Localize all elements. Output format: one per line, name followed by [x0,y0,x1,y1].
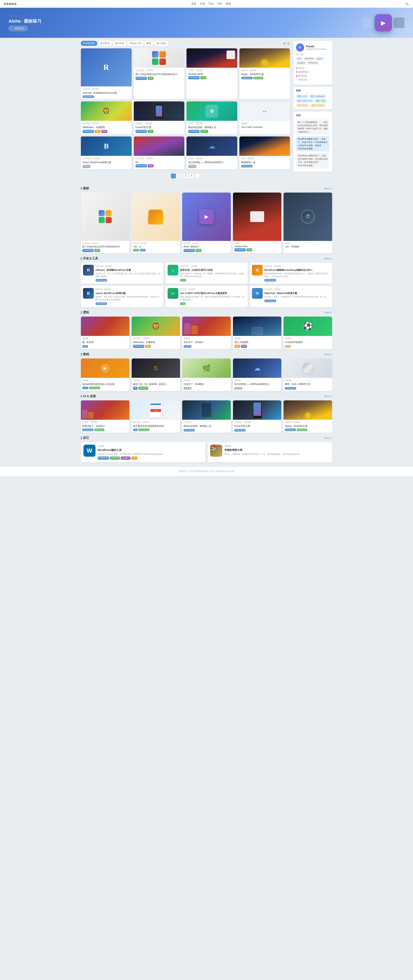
content-tabs: ❤ 智能推荐 生活艺术 设计艺术 开发＆工具 教程 设计灵感 ⊞ ☰ [81,41,290,46]
card-wildfields[interactable]: 🦁 9月16日 · 2019年 WildFields · 卡通壁纸 Photos… [81,102,132,134]
more-info-link[interactable]: → 更多信息 [296,78,330,81]
dribbble-link[interactable]: @作品集 [296,74,330,77]
search-icon[interactable]: 🔍 [405,2,409,6]
card-date: 12月2日 · 2019年 [83,88,130,91]
tab-tutorial[interactable]: 教程 [144,41,153,46]
wall-more-link[interactable]: More > [325,311,332,314]
ui-more-link[interactable]: More > [325,395,332,398]
icon-title-5: Lost · 手机图标 [285,245,331,248]
tool-card-wp[interactable]: W 无标签 WordPress建站工具 Designer & Cards 使用 … [81,442,206,463]
card-art[interactable]: 11月21日 · 2019年 Art Photoshop 插图 [134,137,185,169]
page-btn-3[interactable]: 3 [183,173,188,178]
tut-card-4[interactable]: ☁ 无标签 自己的同色——群晖Nas的阿里云... 无标签 [233,358,282,391]
dev-card-2[interactable]: ♪ 11月21日 · 2019年 语音合成 · 让你的文章开口说话 这是一篇关于… [166,262,248,284]
dev-card-3[interactable]: G 11月6日 · 2019年 WordPress编辑器Gutenberg创建自… [250,262,332,284]
card-title: 第三方App考虑点击iOS12的Bubble设计... [136,73,183,76]
dev-card-4[interactable]: B 15月12 · 2019年 reborn WordPress轻博主题 201… [81,286,163,307]
dev-card-6[interactable]: W 12月2日 · 2019年 WaterFall · WaterFall轻博主… [250,286,332,307]
page-btn-4[interactable]: 4 [189,173,194,178]
cat-wallpaper[interactable]: 壁纸 · Wallpaper [309,95,326,98]
wall-card-2[interactable]: 🦁 9月16日 · 2019年 WildFields · 卡通壁纸 Photos… [132,317,180,349]
cat-icon[interactable]: 图标 · Icon [296,95,308,98]
wall-card-4[interactable]: 无标签 雪山下的露营 壁纸 插图 [233,317,282,349]
dev-card-5[interactable]: ⬡⬡ 6月8日 · 2019年 Vue & REST API打造WordPres… [166,286,248,307]
wall-info-2: 9月16日 · 2019年 WildFields · 卡通壁纸 Photosho… [132,336,180,349]
tut-card-3[interactable]: 🌿 无标签 沉溺关了 · 404教程 无标签 [182,358,231,391]
nav-product[interactable]: 产品 [209,2,214,6]
cat-tools[interactable]: 工具 · Tools [296,103,309,107]
card-digitar[interactable]: 4月5日 · 2019年 Digitar · WinRAR主题 Photosho… [239,48,290,99]
nav-sell[interactable]: 斥卖 [200,2,205,6]
tut-more-link[interactable]: More > [325,353,332,356]
dev-text-1: 12月2日 · 2019年 mRvana · 轻拟物WordPress主题 20… [96,265,161,282]
card-input[interactable]: ✿ 1月31 · 2019年 液花动态皮肤 · 搜狗输入法 Photoshop … [187,102,237,134]
cat-desktop[interactable]: 桌面 · Desktop [310,103,326,107]
ui-card-4[interactable]: 10月9日 · 2019年 Flyme手机主题 Photoshop [233,400,282,433]
profile-header: P Panda Designer & Developer [296,43,330,52]
card-tags: WordPress [83,95,130,98]
card-reborn[interactable]: B 11月12日 · 2019年 reborn WordPress轻博主题 无标… [81,137,132,169]
page-next[interactable]: › [195,173,200,178]
skill-web[interactable]: Web设计 [296,61,306,65]
grid-view-icon[interactable]: ⊞ [283,42,286,45]
card-title: mRvana · 轻拟物WordPress主题 [83,91,130,95]
nav-discover[interactable]: 发现 [226,2,231,6]
tool-icon-blog: 📚 [210,445,222,457]
hero-read-more-button[interactable]: → 阅读全文 [9,26,27,31]
nav-home[interactable]: 首页 [191,2,196,6]
card-sky[interactable]: 6月5 · 2019年 星瀚壁纸一使 Photoshop [239,137,290,169]
ui-card-1[interactable]: 1月3日 · 2019年 喜遇消失了 · 404设计 Photoshop Web… [81,400,129,433]
dev-more-link[interactable]: More > [325,257,332,260]
tab-recommended[interactable]: ❤ 智能推荐 [81,41,97,46]
tut-card-5[interactable]: 无标签 教程 · 白结一种制作方法 Photoshop [284,358,332,391]
ui-card-3[interactable]: 1月31日 液花动态皮肤 · 搜狗输入法 Photoshop [182,400,231,433]
cat-tech[interactable]: 教程 · Tech [314,99,327,103]
icon-card-1[interactable]: 11月26日 · 2019年 第三方App考虑点击iOS12的Bubble设计 … [81,192,129,253]
tag: 壁纸 [234,345,240,348]
profile-info: Panda Designer & Developer [306,45,327,50]
card-cloud[interactable]: ☁ 12月2 · 2019年 自己的同色——群晖Nas的阿里云... 无标签 [187,137,237,169]
cat-skins[interactable]: 皮肤 · Skins & UI [296,99,314,103]
skill-js[interactable]: JavaScript [303,57,315,60]
ui-card-2[interactable]: LOGIN 4月15日 · 2019年 拆迁通道登录动画效果的实现 PS Jav… [132,400,180,433]
icon-card-4[interactable]: 5月25 Desktop Hider Photoshop 开发 [233,192,282,253]
tag: WordPress [83,95,94,98]
wall-card-3[interactable]: 无标签 高兴失了 · 404设计 UI设计 [182,317,231,349]
card-tags: 无标签 [188,165,236,168]
page-btn-2[interactable]: 2 [177,173,182,178]
dev-card-1[interactable]: R 12月2日 · 2019年 mRvana · 轻拟物WordPress主题 … [81,262,163,284]
skill-ui[interactable]: UI设计 [316,57,324,60]
wall-card-5[interactable]: ⚽ 4月5日 Football手机壁纸 壁纸 [284,317,332,349]
card-flyme[interactable]: 10月9日 · 2019年 Flyme手机主题 Photoshop 设计 [134,102,185,134]
icon-card-3[interactable]: ▶ 5月25日 · 2019年 Aloha · 图标练习 Photoshop 开… [182,192,231,253]
tab-inspiration[interactable]: 设计灵感 [154,41,168,46]
card-desktop[interactable]: 5月25 · 2019年 Desktop Hider Photoshop 开发 [187,48,237,99]
icon-tag: Photoshop [183,249,195,252]
tab-design-art[interactable]: 设计艺术 [113,41,126,46]
tab-life-art[interactable]: 生活艺术 [98,41,112,46]
tut-card-1[interactable]: ▶ 无标签 Aloha首屏动画在Web上的实现 CSS JavaScript [81,358,129,391]
ui-card-5[interactable]: 4月5日 · 2019年 Digitar · WinRAR主题 Photosho… [284,400,332,433]
tut-card-2[interactable]: S 无标签 搞定三款《仿二级菜单》的设计... PS Web设计 [132,358,180,391]
weibo-link[interactable]: @微博粉丝 [296,70,330,73]
icon-card-5[interactable]: ⏱ 5月25 Lost · 手机图标 [284,192,332,253]
tag: 无标签 [83,165,91,168]
card-converter[interactable]: ↔ 无标签 Text Code Converter [239,102,290,134]
card-info: 11月26日 · 2019年 第三方App考虑点击iOS12的Bubble设计.… [134,68,185,81]
tool-card-blog[interactable]: 📚 无标签 早期的博客文章 MIND → 日晒记录，本博客记录日常生活，工作，还… [207,442,332,463]
card-title: reborn WordPress轻博主题 [83,161,130,164]
card-apps[interactable]: 11月26日 · 2019年 第三方App考虑点击iOS12的Bubble设计.… [134,48,185,99]
card-thumb-cloud: ☁ [187,137,237,156]
icon-card-2[interactable]: 4月1日 · 2019年 飞机 · v2 Tech Icon [132,192,180,253]
icon-more-link[interactable]: More > [325,187,332,190]
list-view-icon[interactable]: ☰ [287,42,290,45]
nav-blog[interactable]: 博客 [217,2,222,6]
tab-dev-tools[interactable]: 开发＆工具 [128,41,144,46]
card-nilvana[interactable]: R 12月2日 · 2019年 mRvana · 轻拟物WordPress主题 … [81,48,132,99]
skill-ps[interactable]: Photoshop [307,61,319,65]
card-date: 无标签 [241,122,289,125]
wall-card-1[interactable]: 无标签 量 · 有灵理 壁纸 [81,317,129,349]
page-btn-1[interactable]: 1 [171,173,176,178]
tools-more-link[interactable]: More > [325,437,332,439]
skill-css[interactable]: CSS [296,57,303,60]
